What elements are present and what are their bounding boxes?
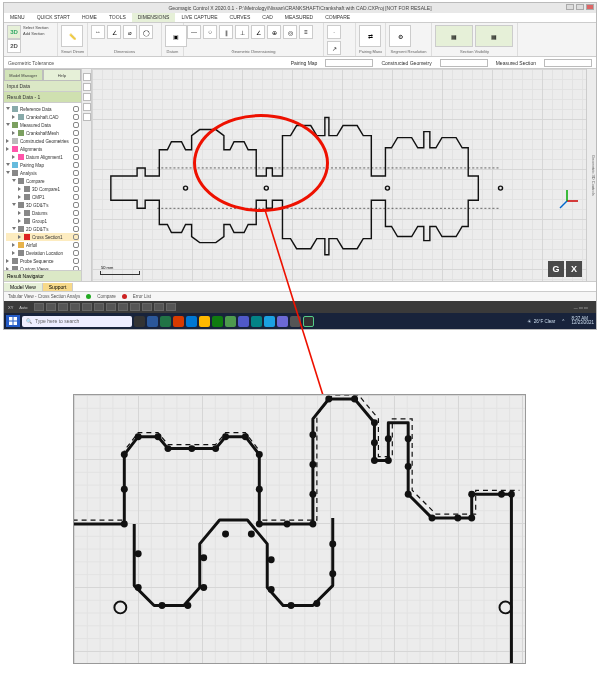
btn-radial-dim[interactable]: ⌀ xyxy=(123,25,137,39)
sidebar-tab-help[interactable]: Help xyxy=(43,69,82,81)
tab-model-view[interactable]: Model View xyxy=(4,283,43,291)
visibility-toggle-icon[interactable] xyxy=(73,186,79,192)
dd-pairing[interactable] xyxy=(325,59,373,67)
tree-node-10[interactable]: 3D Compare1 xyxy=(6,185,79,193)
visibility-toggle-icon[interactable] xyxy=(73,130,79,136)
tree-caret-icon[interactable] xyxy=(18,235,22,239)
task-word-icon[interactable] xyxy=(147,316,158,327)
visibility-toggle-icon[interactable] xyxy=(73,162,79,168)
tree-node-9[interactable]: Compare xyxy=(6,177,79,185)
tree-node-5[interactable]: Alignments xyxy=(6,145,79,153)
crumb-measured[interactable]: Measured Section xyxy=(496,60,536,66)
menu-quickstart[interactable]: QUICK START xyxy=(31,13,76,22)
btn-smart-dim[interactable]: 📏 xyxy=(61,25,83,47)
crumb-constructed[interactable]: Constructed Geometry xyxy=(381,60,431,66)
task-edge-icon[interactable] xyxy=(186,316,197,327)
tree-node-13[interactable]: Datums xyxy=(6,209,79,217)
btn-seg-resolution[interactable]: ⚙ xyxy=(389,25,411,47)
task-gx-icon[interactable] xyxy=(303,316,314,327)
right-collapsed-panel[interactable]: Geometric 3D Controls xyxy=(586,69,596,281)
tree-node-3[interactable]: CrankshaftMesh xyxy=(6,129,79,137)
tool-3[interactable] xyxy=(83,93,91,101)
sidebar-result-head[interactable]: Result Data - 1 xyxy=(4,92,81,103)
tree-caret-icon[interactable] xyxy=(12,155,16,159)
tree-caret-icon[interactable] xyxy=(6,259,10,263)
tree-caret-icon[interactable] xyxy=(6,123,10,127)
visibility-toggle-icon[interactable] xyxy=(73,218,79,224)
status-btn-6[interactable] xyxy=(94,303,104,311)
visibility-toggle-icon[interactable] xyxy=(73,122,79,128)
sidebar-tab-model[interactable]: Model Manager xyxy=(4,69,43,81)
tree-node-2[interactable]: Measured Data xyxy=(6,121,79,129)
btn-vector[interactable]: ↗ xyxy=(327,41,341,55)
tree-caret-icon[interactable] xyxy=(18,187,22,191)
status-btn-7[interactable] xyxy=(106,303,116,311)
visibility-toggle-icon[interactable] xyxy=(73,178,79,184)
tree-caret-icon[interactable] xyxy=(18,211,22,215)
select-section[interactable]: Select Section xyxy=(23,25,49,30)
start-button[interactable] xyxy=(6,315,20,327)
crumb-pairing[interactable]: Pairing Map xyxy=(291,60,318,66)
tree-node-14[interactable]: Group1 xyxy=(6,217,79,225)
tree-node-1[interactable]: Crankshaft.CAD xyxy=(6,113,79,121)
tree-caret-icon[interactable] xyxy=(6,163,10,167)
menu-menu[interactable]: MENU xyxy=(4,13,31,22)
visibility-toggle-icon[interactable] xyxy=(73,146,79,152)
visibility-toggle-icon[interactable] xyxy=(73,138,79,144)
task-ppt-icon[interactable] xyxy=(173,316,184,327)
btn-symmetry[interactable]: ≡ xyxy=(299,25,313,39)
result-navigator-head[interactable]: Result Navigator xyxy=(4,270,81,281)
task-teams-icon[interactable] xyxy=(238,316,249,327)
task-icon-12[interactable] xyxy=(277,316,288,327)
menu-compare[interactable]: COMPARE xyxy=(319,13,356,22)
btn-circularity[interactable]: ○ xyxy=(203,25,217,39)
taskbar-search[interactable]: 🔍 Type here to search xyxy=(22,316,132,327)
tree-caret-icon[interactable] xyxy=(6,139,10,143)
tree-caret-icon[interactable] xyxy=(12,131,16,135)
status-btn-11[interactable] xyxy=(154,303,164,311)
tree-node-18[interactable]: Deviation Location xyxy=(6,249,79,257)
status-btn-12[interactable] xyxy=(166,303,176,311)
close-button[interactable] xyxy=(586,4,594,10)
status-btn-8[interactable] xyxy=(118,303,128,311)
tree-node-17[interactable]: Airfoil xyxy=(6,241,79,249)
visibility-toggle-icon[interactable] xyxy=(73,170,79,176)
task-icon-8[interactable] xyxy=(225,316,236,327)
tree-node-15[interactable]: 2D GD&T's xyxy=(6,225,79,233)
tool-2[interactable] xyxy=(83,83,91,91)
viewport-3d[interactable]: 50 mm G X xyxy=(92,69,586,281)
min-button[interactable] xyxy=(566,4,574,10)
task-icon-7[interactable] xyxy=(212,316,223,327)
view-triad[interactable] xyxy=(554,188,580,215)
status-btn-4[interactable] xyxy=(70,303,80,311)
tree-node-7[interactable]: Pairing Map xyxy=(6,161,79,169)
tool-4[interactable] xyxy=(83,103,91,111)
status-btn-10[interactable] xyxy=(142,303,152,311)
visibility-toggle-icon[interactable] xyxy=(73,210,79,216)
btn-meas-ref-data[interactable]: ▦ xyxy=(435,25,473,47)
tree-node-8[interactable]: Analysis xyxy=(6,169,79,177)
tree-caret-icon[interactable] xyxy=(6,107,10,111)
menu-home[interactable]: HOME xyxy=(76,13,103,22)
model-tree[interactable]: Reference DataCrankshaft.CADMeasured Dat… xyxy=(4,103,81,270)
tree-caret-icon[interactable] xyxy=(12,115,16,119)
btn-straightness[interactable]: — xyxy=(187,25,201,39)
visibility-toggle-icon[interactable] xyxy=(73,106,79,112)
status-btn-1[interactable] xyxy=(34,303,44,311)
tree-node-19[interactable]: Probe Sequence xyxy=(6,257,79,265)
menu-livecapture[interactable]: LIVE CAPTURE xyxy=(175,13,223,22)
tree-node-12[interactable]: 3D GD&T's xyxy=(6,201,79,209)
btn-parallelism[interactable]: ∥ xyxy=(219,25,233,39)
tool-1[interactable] xyxy=(83,73,91,81)
btn-linear-dim[interactable]: ↔ xyxy=(91,25,105,39)
visibility-toggle-icon[interactable] xyxy=(73,202,79,208)
tree-caret-icon[interactable] xyxy=(12,227,16,231)
status-btn-9[interactable] xyxy=(130,303,140,311)
btn-elliptical-dim[interactable]: ◯ xyxy=(139,25,153,39)
tool-5[interactable] xyxy=(83,113,91,121)
menu-tools[interactable]: TOOLS xyxy=(103,13,132,22)
tab-support[interactable]: Support xyxy=(43,283,74,291)
visibility-toggle-icon[interactable] xyxy=(73,226,79,232)
btn-3d[interactable]: 3D xyxy=(7,25,21,39)
tree-caret-icon[interactable] xyxy=(6,147,10,151)
